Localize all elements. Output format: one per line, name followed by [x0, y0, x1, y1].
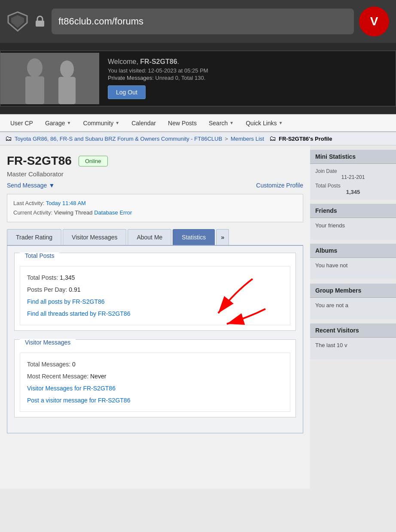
recent-visitors-title: Recent Visitors — [310, 323, 396, 338]
breadcrumb-members-link[interactable]: Members List — [231, 136, 264, 142]
friends-section: Friends Your friends — [310, 204, 396, 239]
posts-per-day-row: Posts Per Day: 0.91 — [27, 284, 283, 296]
nav-new-posts[interactable]: New Posts — [162, 114, 203, 132]
nav-user-cp[interactable]: User CP — [4, 114, 39, 132]
profile-area: FR-S2GT86 Online Master Collaborator Sen… — [0, 145, 310, 489]
activity-section: Last Activity: Today 11:48 AM Current Ac… — [7, 194, 303, 222]
svg-rect-5 — [25, 76, 44, 104]
send-message-button[interactable]: Send Message ▼ — [7, 182, 55, 189]
private-messages-text: Private Messages: Unread 0, Total 130. — [108, 75, 387, 81]
breadcrumb-separator: > — [225, 136, 228, 142]
user-rank: Master Collaborator — [7, 170, 303, 178]
visitor-messages-content: Total Messages: 0 Most Recent Message: N… — [20, 353, 290, 412]
right-sidebar: Mini Statistics Join Date 11-21-201 Tota… — [310, 145, 396, 489]
welcome-greeting: Welcome, FR-S2GT86. — [108, 58, 387, 66]
albums-section: Albums You have not — [310, 244, 396, 279]
svg-rect-7 — [58, 77, 76, 104]
total-posts-content: Total Posts: 1,345 Posts Per Day: 0.91 F… — [20, 266, 290, 325]
svg-point-4 — [27, 58, 43, 77]
last-activity-time: 11:48 AM — [62, 200, 86, 206]
nav-quick-links[interactable]: Quick Links ▼ — [240, 114, 289, 132]
last-activity-row: Last Activity: Today 11:48 AM — [13, 199, 297, 208]
visitor-messages-title: Visitor Messages — [20, 339, 76, 346]
find-posts-row: Find all posts by FR-S2GT86 — [27, 296, 283, 308]
friends-content: Your friends — [310, 218, 396, 239]
total-messages-value: 0 — [72, 361, 76, 368]
total-posts-value: 1,345 — [60, 274, 75, 281]
last-visited-text: You last visited: 12-05-2023 at 05:25 PM — [108, 67, 387, 74]
tab-trader-rating[interactable]: Trader Rating — [7, 229, 61, 245]
friends-title: Friends — [310, 204, 396, 218]
breadcrumb: 🗂 Toyota GR86, 86, FR-S and Subaru BRZ F… — [0, 132, 396, 145]
most-recent-value: Never — [90, 373, 106, 380]
find-threads-link[interactable]: Find all threads started by FR-S2GT86 — [27, 310, 130, 317]
url-bar[interactable]: ft86club.com/forums — [52, 9, 354, 34]
svg-rect-2 — [36, 21, 44, 27]
current-activity-row: Current Activity: Viewing Thread Databas… — [13, 208, 297, 218]
online-status-badge: Online — [79, 156, 108, 166]
tab-about-me[interactable]: About Me — [128, 229, 171, 245]
banner-image — [0, 53, 99, 104]
visitor-messages-link[interactable]: Visitor Messages for FR-S2GT86 — [27, 385, 116, 392]
most-recent-row: Most Recent Message: Never — [27, 370, 283, 382]
posts-per-day-value: 0.91 — [69, 286, 80, 293]
join-date-value: 11-21-201 — [315, 174, 391, 180]
welcome-banner: Welcome, FR-S2GT86. You last visited: 12… — [0, 51, 396, 106]
albums-title: Albums — [310, 244, 396, 258]
vivaldi-icon: V — [359, 6, 389, 36]
nav-calendar[interactable]: Calendar — [125, 114, 162, 132]
nav-garage[interactable]: Garage ▼ — [39, 114, 77, 132]
last-activity-day: Today — [46, 200, 61, 206]
welcome-username: FR-S2GT86 — [140, 58, 177, 65]
mini-statistics-title: Mini Statistics — [310, 150, 396, 164]
visitor-messages-section: Visitor Messages Total Messages: 0 Most … — [14, 339, 296, 417]
chevron-down-icon: ▼ — [115, 121, 119, 125]
post-visitor-message-link[interactable]: Post a visitor message for FR-S2GT86 — [27, 397, 130, 404]
find-posts-link[interactable]: Find all posts by FR-S2GT86 — [27, 298, 105, 305]
svg-marker-1 — [11, 15, 24, 28]
nav-community[interactable]: Community ▼ — [77, 114, 126, 132]
total-posts-section: Total Posts Total Posts: 1,345 Posts Per… — [14, 253, 296, 331]
post-visitor-link-row: Post a visitor message for FR-S2GT86 — [27, 394, 283, 406]
find-threads-row: Find all threads started by FR-S2GT86 — [27, 308, 283, 320]
current-activity-link[interactable]: Database Error — [94, 209, 132, 216]
nav-search[interactable]: Search ▼ — [203, 114, 240, 132]
total-messages-row: Total Messages: 0 — [27, 358, 283, 370]
albums-content: You have not — [310, 258, 396, 279]
customize-profile-link[interactable]: Customize Profile — [256, 182, 303, 189]
breadcrumb-current: FR-S2GT86's Profile — [279, 136, 332, 142]
visitor-messages-link-row: Visitor Messages for FR-S2GT86 — [27, 382, 283, 394]
total-posts-row: Total Posts: 1,345 — [27, 272, 283, 284]
group-members-section: Group Members You are not a — [310, 284, 396, 319]
svg-point-6 — [60, 60, 74, 78]
total-posts-title: Total Posts — [20, 252, 59, 259]
chevron-down-icon: ▼ — [67, 121, 71, 125]
profile-username: FR-S2GT86 — [7, 154, 72, 168]
mini-statistics-content: Join Date 11-21-201 Total Posts 1,345 — [310, 164, 396, 200]
banner-text-area: Welcome, FR-S2GT86. You last visited: 12… — [99, 51, 396, 106]
profile-tabs: Trader Rating Visitor Messages About Me … — [7, 229, 303, 246]
chevron-down-icon: ▼ — [279, 121, 283, 125]
home-icon: 🗂 — [5, 135, 12, 142]
tab-more-button[interactable]: » — [216, 229, 229, 245]
breadcrumb-home-link[interactable]: Toyota GR86, 86, FR-S and Subaru BRZ For… — [15, 136, 222, 142]
profile-header: FR-S2GT86 Online — [7, 154, 303, 168]
profile-icon: 🗂 — [269, 135, 276, 142]
chevron-down-icon: ▼ — [229, 121, 234, 125]
lock-icon — [34, 15, 46, 28]
recent-visitors-section: Recent Visitors The last 10 v — [310, 323, 396, 359]
main-content: FR-S2GT86 Online Master Collaborator Sen… — [0, 145, 396, 489]
mini-statistics-section: Mini Statistics Join Date 11-21-201 Tota… — [310, 150, 396, 200]
join-date-label: Join Date — [315, 168, 391, 174]
dropdown-arrow-icon: ▼ — [49, 182, 55, 189]
browser-chrome: ft86club.com/forums V — [0, 0, 396, 43]
group-members-title: Group Members — [310, 284, 396, 298]
statistics-content: Total Posts Total Posts: 1,345 Posts Per… — [7, 246, 303, 433]
total-posts-sidebar-label: Total Posts — [315, 183, 391, 189]
tab-visitor-messages[interactable]: Visitor Messages — [63, 229, 126, 245]
tab-statistics[interactable]: Statistics — [173, 229, 215, 245]
total-posts-sidebar-value: 1,345 — [315, 189, 391, 195]
recent-visitors-content: The last 10 v — [310, 338, 396, 359]
shield-icon — [7, 11, 28, 32]
logout-button[interactable]: Log Out — [108, 85, 146, 99]
